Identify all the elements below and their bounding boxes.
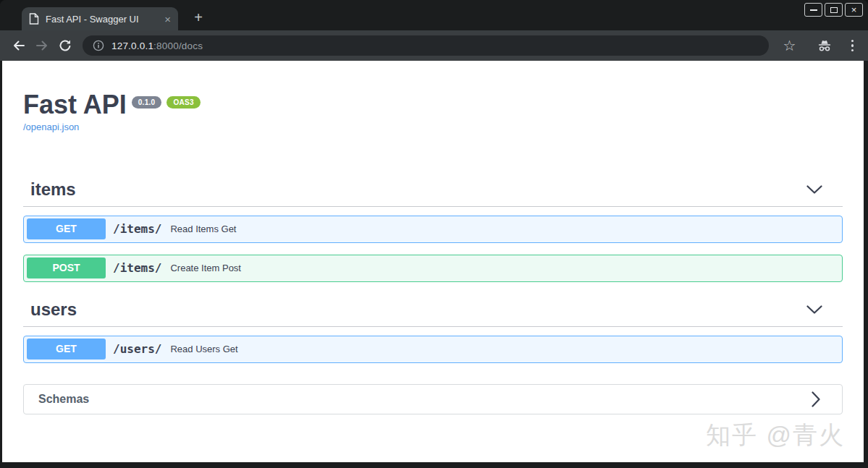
page-favicon-icon bbox=[29, 13, 39, 25]
opblock-get-items[interactable]: GET /items/ Read Items Get bbox=[23, 216, 843, 243]
window-controls: × bbox=[804, 3, 863, 17]
browser-menu-icon[interactable] bbox=[851, 40, 854, 52]
method-badge: POST bbox=[27, 258, 106, 278]
tab-close-icon[interactable]: × bbox=[164, 14, 171, 25]
oas-badge: OAS3 bbox=[167, 96, 200, 109]
opblock-get-users[interactable]: GET /users/ Read Users Get bbox=[23, 336, 843, 363]
opblock-post-items[interactable]: POST /items/ Create Item Post bbox=[23, 255, 843, 282]
back-button[interactable] bbox=[7, 34, 30, 57]
operation-path: /items/ bbox=[113, 261, 161, 275]
tab-title: Fast API - Swagger UI bbox=[46, 14, 160, 25]
operation-summary: Create Item Post bbox=[170, 263, 241, 273]
back-icon bbox=[12, 38, 26, 53]
minimize-button[interactable] bbox=[804, 3, 822, 17]
forward-icon bbox=[35, 38, 49, 53]
incognito-icon bbox=[817, 38, 833, 53]
site-info-icon[interactable] bbox=[93, 40, 104, 51]
chevron-right-icon bbox=[812, 391, 820, 407]
api-title-text: Fast API bbox=[23, 90, 127, 119]
api-info: Fast API0.1.0OAS3 /openapi.json bbox=[23, 90, 843, 133]
forward-button[interactable] bbox=[30, 34, 54, 57]
tag-section-users: users GET /users/ Read Users Get bbox=[23, 294, 843, 363]
operation-path: /users/ bbox=[113, 342, 161, 356]
url-bar[interactable]: 127.0.0.1:8000/docs bbox=[83, 35, 769, 56]
reload-icon bbox=[58, 38, 72, 53]
url-path: :8000/docs bbox=[153, 41, 203, 51]
tag-name: users bbox=[30, 299, 77, 320]
url-text: 127.0.0.1:8000/docs bbox=[111, 41, 203, 51]
openapi-json-link[interactable]: /openapi.json bbox=[23, 122, 79, 132]
browser-toolbar: 127.0.0.1:8000/docs ☆ bbox=[0, 30, 868, 61]
minimize-icon bbox=[810, 9, 817, 11]
api-title: Fast API0.1.0OAS3 bbox=[23, 90, 843, 119]
chevron-down-icon bbox=[806, 185, 822, 194]
watermark: 知乎 @青火 bbox=[706, 419, 845, 452]
browser-window: Fast API - Swagger UI × + × bbox=[0, 0, 868, 468]
toolbar-right: ☆ bbox=[783, 38, 861, 53]
tag-header-items[interactable]: items bbox=[23, 174, 843, 207]
swagger-ui: Fast API0.1.0OAS3 /openapi.json items GE… bbox=[2, 61, 864, 414]
schemas-section[interactable]: Schemas bbox=[23, 384, 843, 414]
tag-section-items: items GET /items/ Read Items Get POST /i… bbox=[23, 174, 843, 282]
version-badge: 0.1.0 bbox=[132, 96, 162, 109]
reload-button[interactable] bbox=[54, 34, 77, 57]
method-badge: GET bbox=[27, 218, 106, 239]
operation-summary: Read Items Get bbox=[170, 224, 236, 234]
page-content: Fast API0.1.0OAS3 /openapi.json items GE… bbox=[2, 61, 864, 462]
schemas-label: Schemas bbox=[38, 393, 89, 406]
chevron-down-icon bbox=[806, 305, 822, 314]
close-button[interactable]: × bbox=[845, 3, 863, 17]
url-host: 127.0.0.1 bbox=[111, 41, 153, 51]
tab-strip: Fast API - Swagger UI × + × bbox=[0, 0, 868, 30]
maximize-icon bbox=[830, 7, 838, 13]
tag-header-users[interactable]: users bbox=[23, 294, 843, 327]
operation-summary: Read Users Get bbox=[170, 344, 237, 354]
bookmark-star-icon[interactable]: ☆ bbox=[783, 38, 796, 53]
method-badge: GET bbox=[27, 339, 106, 359]
maximize-button[interactable] bbox=[825, 3, 843, 17]
operation-path: /items/ bbox=[113, 222, 161, 236]
browser-tab[interactable]: Fast API - Swagger UI × bbox=[22, 7, 178, 30]
close-icon: × bbox=[851, 5, 857, 14]
new-tab-button[interactable]: + bbox=[190, 9, 207, 27]
tag-name: items bbox=[30, 179, 76, 200]
